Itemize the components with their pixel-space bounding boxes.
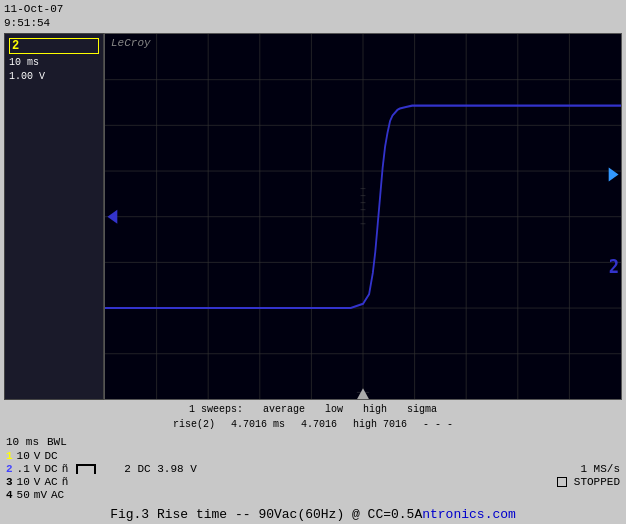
stopped-icon [557,477,567,487]
ch2-right-label: 2 [609,254,619,276]
bwl-label: BWL [47,436,67,448]
sweeps-label: 1 sweeps: [189,402,243,417]
channel-rows: 1 10 V DC 2 .1 V DC ñ 2 DC 3.98 V 1 MS/s [6,450,620,501]
sq-wave-icon [76,464,96,474]
bwl-row: 10 ms BWL [6,436,620,448]
timebase-display: 10 ms 1.00 V [9,56,99,84]
timebase-value: 10 ms [9,56,99,70]
ch3-unit: V [34,476,41,488]
ch4-num: 4 [6,489,13,501]
ch2-right-arrow [609,167,619,181]
ch2-num: 2 [6,463,13,475]
stats-row: 1 sweeps: average low high sigma rise(2)… [0,400,626,434]
scope-grid: 2 [105,34,621,399]
ch4-row: 4 50 mV AC [6,489,620,501]
high-label: high [363,402,387,417]
low-value: 4.7016 [301,417,337,432]
stats-values: rise(2) 4.7016 ms 4.7016 high 7016 - - - [8,417,618,432]
sigma-value: - - - [423,417,453,432]
timebase-bottom: 10 ms [6,436,39,448]
stats-header: 1 sweeps: average low high sigma [8,402,618,417]
right-status: 1 MS/s [580,463,620,475]
scope-area: 2 10 ms 1.00 V LeCroy [4,33,622,400]
trigger-marker [357,388,369,399]
bottom-channels: 10 ms BWL 1 10 V DC 2 .1 V DC ñ 2 DC 3.9… [0,434,626,503]
ch2-label: 2 [9,38,99,54]
measurement-label: rise(2) [173,417,215,432]
caption-text: Fig.3 Rise time -- 90Vac(60Hz) @ CC=0.5A [110,507,422,522]
ch4-coupling: AC [51,489,64,501]
scope-left-panel: 2 10 ms 1.00 V [4,33,104,400]
caption-brand: ntronics.com [422,507,516,522]
datetime-display: 11-Oct-07 9:51:54 [4,2,94,31]
status-label: STOPPED [574,476,620,488]
ch1-voltage: 10 [17,450,30,462]
ch3-coupling: AC [44,476,57,488]
avg-label: average [263,402,305,417]
sample-rate: 1 MS/s [580,463,620,475]
voltage-value: 1.00 V [9,70,99,84]
ch4-voltage: 50 [17,489,30,501]
ch2-row: 2 .1 V DC ñ 2 DC 3.98 V 1 MS/s [6,463,620,475]
low-label: low [325,402,343,417]
ch1-unit: V [34,450,41,462]
time-label: 9:51:54 [4,16,94,30]
avg-value: 4.7016 ms [231,417,285,432]
ch2-coupling: DC [44,463,57,475]
high-value: high 7016 [353,417,407,432]
stopped-badge: STOPPED [557,476,620,488]
ch2-dc-value: 2 DC 3.98 V [124,463,197,475]
top-bar: 11-Oct-07 9:51:54 [0,0,626,33]
ch2-flag: ñ [62,463,69,475]
ch1-coupling: DC [44,450,57,462]
ch3-flag: ñ [62,476,69,488]
sigma-label: sigma [407,402,437,417]
caption: Fig.3 Rise time -- 90Vac(60Hz) @ CC=0.5A… [0,503,626,524]
ch3-num: 3 [6,476,13,488]
ch3-voltage: 10 [17,476,30,488]
ch2-left-marker [107,209,117,223]
scope-screen: LeCroy [104,33,622,400]
date-label: 11-Oct-07 [4,2,94,16]
ch1-row: 1 10 V DC [6,450,620,462]
ch3-row: 3 10 V AC ñ STOPPED [6,476,620,488]
ch4-unit: mV [34,489,47,501]
ch1-num: 1 [6,450,13,462]
ch2-voltage: .1 [17,463,30,475]
ch2-unit: V [34,463,41,475]
